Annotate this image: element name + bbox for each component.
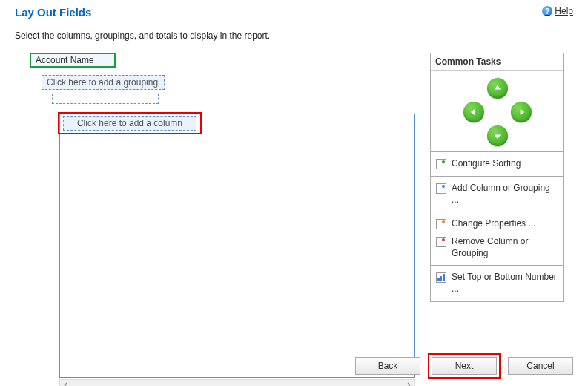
task-label: Remove Column or Grouping [452,236,558,259]
columns-grid [59,114,415,378]
back-button[interactable]: Back [355,357,420,375]
next-button[interactable]: Next [432,357,497,375]
top-bottom-icon [435,272,447,284]
configure-sorting-task[interactable]: Configure Sorting [431,155,563,173]
nav-pad [431,71,563,152]
task-label: Configure Sorting [452,158,558,170]
move-right-button[interactable] [511,102,532,122]
help-label: Help [555,6,573,16]
layout-canvas: Account Name Click here to add a groupin… [15,53,415,302]
add-column-highlight: Click here to add a column [58,112,202,134]
move-left-button[interactable] [463,102,484,122]
task-label: Change Properties ... [452,218,558,230]
task-label: Add Column or Grouping ... [452,183,558,206]
move-up-button[interactable] [487,78,508,99]
set-top-bottom-task[interactable]: Set Top or Bottom Number ... [431,269,563,298]
help-icon: ? [542,6,552,16]
horizontal-scrollbar[interactable] [59,379,415,386]
page-title: Lay Out Fields [15,6,91,19]
add-column-grouping-task[interactable]: Add Column or Grouping ... [431,180,563,209]
add-grouping-placeholder[interactable]: Click here to add a grouping [42,75,165,90]
properties-icon [435,218,447,230]
change-properties-task[interactable]: Change Properties ... [431,215,563,233]
grouping-spacer[interactable] [52,94,159,104]
common-tasks-header: Common Tasks [431,53,563,71]
scroll-left-arrow[interactable] [60,380,72,386]
remove-column-grouping-task[interactable]: Remove Column or Grouping [431,233,563,262]
sort-icon [435,158,447,170]
scroll-right-arrow[interactable] [403,380,414,386]
add-column-icon [435,183,447,194]
help-link[interactable]: ? Help [542,6,573,16]
remove-column-icon [435,236,447,248]
wizard-footer: Back Next Cancel [355,353,573,379]
next-button-highlight: Next [428,353,501,379]
move-down-button[interactable] [487,125,508,146]
add-column-placeholder[interactable]: Click here to add a column [63,116,196,131]
cancel-button[interactable]: Cancel [508,357,573,375]
task-label: Set Top or Bottom Number ... [452,272,558,295]
field-account-name[interactable]: Account Name [30,53,116,68]
instruction-text: Select the columns, groupings, and total… [0,22,588,53]
common-tasks-panel: Common Tasks Configure Sor [430,53,564,302]
